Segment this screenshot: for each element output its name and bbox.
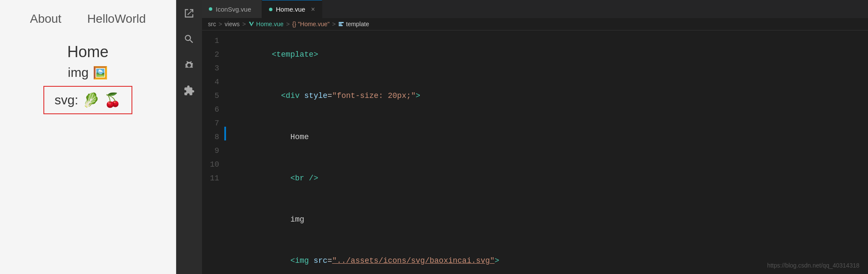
breadcrumb-vue-icon-group: Home.vue	[248, 21, 284, 27]
code-line-2: <div style="font-size: 20px;">	[235, 75, 868, 116]
tab-close-button[interactable]: ×	[311, 6, 315, 13]
tab-iconsvg[interactable]: IconSvg.vue	[202, 0, 262, 18]
line-numbers: 1 2 3 4 5 6 7 8 9 10 11	[202, 30, 224, 274]
tab-dot-iconsvg	[209, 7, 212, 11]
tab-dot-home	[269, 8, 272, 11]
svg-rect-1	[339, 24, 342, 24]
content-area: Home img 🖼️ svg: 🥬 🍒	[0, 34, 176, 123]
about-link[interactable]: About	[30, 12, 61, 26]
tab-home[interactable]: Home.vue ×	[262, 0, 322, 18]
editor-area: IconSvg.vue Home.vue × src > views > Hom…	[202, 0, 868, 274]
img-label: img	[68, 65, 89, 80]
svg-label: svg:	[55, 93, 78, 107]
search-icon[interactable]	[180, 30, 198, 48]
breadcrumb-views: views	[225, 21, 240, 27]
svg-highlight-box: svg: 🥬 🍒	[43, 86, 132, 114]
tab-label-home: Home.vue	[276, 6, 305, 13]
breadcrumb-template: template	[346, 21, 369, 27]
code-line-3: Home	[235, 116, 868, 158]
code-line-5: img	[235, 199, 868, 240]
breadcrumb-template-group: template	[338, 21, 369, 27]
debug-icon[interactable]	[180, 56, 198, 74]
home-title: Home	[67, 43, 108, 61]
code-area: 1 2 3 4 5 6 7 8 9 10 11	[202, 30, 868, 274]
breadcrumb: src > views > Home.vue > {} "Home.vue" >…	[202, 18, 868, 30]
nav-links: About HelloWorld	[0, 0, 176, 34]
watermark: https://blog.csdn.net/qq_40314318	[767, 262, 859, 269]
breadcrumb-src: src	[208, 21, 216, 27]
breadcrumb-sep-2: >	[242, 21, 246, 27]
code-lines: <template> <div style="font-size: 20px;"…	[226, 30, 868, 274]
tab-label-iconsvg: IconSvg.vue	[216, 6, 251, 13]
code-line-6: <img src="../assets/icons/svg/baoxincai.…	[235, 240, 868, 274]
svg-rect-0	[339, 22, 344, 23]
left-panel: About HelloWorld Home img 🖼️ svg: 🥬 🍒	[0, 0, 176, 274]
breadcrumb-sep-1: >	[219, 21, 222, 27]
svg-icon-cherry: 🍒	[104, 92, 121, 108]
breadcrumb-scope: {} "Home.vue"	[292, 21, 330, 27]
explorer-icon[interactable]	[180, 4, 198, 22]
breadcrumb-filename: Home.vue	[256, 21, 284, 27]
svg-rect-2	[339, 25, 342, 26]
gutter	[224, 30, 226, 274]
img-file-icon: 🖼️	[93, 66, 108, 80]
vue-icon	[248, 21, 254, 27]
tab-bar: IconSvg.vue Home.vue ×	[202, 0, 868, 18]
extensions-icon[interactable]	[180, 82, 198, 100]
breadcrumb-sep-4: >	[332, 21, 336, 27]
template-icon	[338, 21, 344, 27]
activity-bar	[176, 0, 202, 274]
svg-icon-baoxincai: 🥬	[83, 92, 100, 108]
code-line-1: <template>	[235, 34, 868, 75]
helloworld-link[interactable]: HelloWorld	[87, 12, 146, 26]
img-row: img 🖼️	[68, 65, 108, 80]
code-line-4: <br />	[235, 158, 868, 199]
breadcrumb-sep-3: >	[286, 21, 290, 27]
